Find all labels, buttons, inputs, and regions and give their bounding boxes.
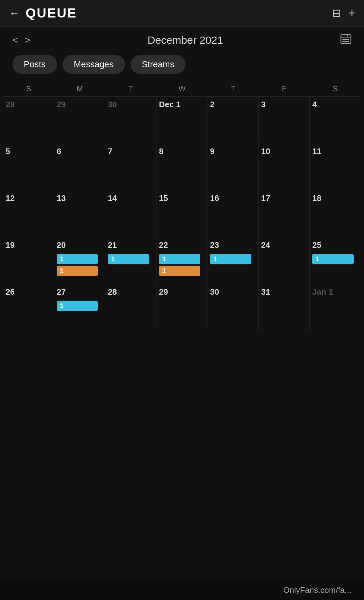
cell-date: 24 <box>261 240 307 250</box>
calendar-cell[interactable]: 31 <box>259 284 310 331</box>
calendar-cell[interactable]: 271 <box>54 284 106 331</box>
cell-date: Dec 1 <box>159 100 205 109</box>
day-header-tue: T <box>105 81 157 96</box>
calendar-cell[interactable]: 12 <box>3 190 54 237</box>
calendar-cell[interactable]: 16 <box>207 190 259 237</box>
header: ← QUEUE ⊟ + <box>0 0 364 27</box>
cell-date: 7 <box>108 147 154 156</box>
back-icon[interactable]: ← <box>9 7 20 20</box>
cell-date: 29 <box>57 100 103 109</box>
event-bar[interactable]: 1 <box>210 254 251 264</box>
calendar-cell[interactable]: Dec 1 <box>157 97 208 143</box>
cell-date: 6 <box>57 147 103 156</box>
cell-date: 8 <box>159 147 205 156</box>
calendar-cell[interactable]: 19 <box>3 237 54 284</box>
cell-date: 22 <box>159 240 205 250</box>
event-bar[interactable]: 1 <box>57 266 98 276</box>
event-bar[interactable]: 1 <box>159 254 200 264</box>
bottom-area <box>0 331 364 425</box>
cell-date: 30 <box>108 100 154 109</box>
tab-messages[interactable]: Messages <box>62 55 125 74</box>
day-header-sun: S <box>3 81 54 96</box>
cell-date: 31 <box>261 287 307 297</box>
calendar-cell[interactable]: 15 <box>157 190 208 237</box>
event-bar[interactable]: 1 <box>108 254 149 264</box>
cell-date: 9 <box>210 147 256 156</box>
cell-date: 10 <box>261 147 307 156</box>
cell-date: 11 <box>312 147 358 156</box>
calendar-cell[interactable]: 2011 <box>54 237 106 284</box>
calendar-view-icon[interactable] <box>340 34 352 46</box>
cell-date: 20 <box>57 240 103 250</box>
cell-date: 29 <box>159 287 205 297</box>
event-bar[interactable]: 1 <box>159 266 200 276</box>
calendar-cell[interactable]: Jan 1 <box>310 284 361 331</box>
header-left: ← QUEUE <box>9 6 77 21</box>
calendar-cell[interactable]: 4 <box>310 97 361 143</box>
cell-date: 16 <box>210 193 256 203</box>
event-bar[interactable]: 1 <box>57 254 98 264</box>
tab-streams[interactable]: Streams <box>131 55 186 74</box>
calendar-cell[interactable]: 17 <box>259 190 310 237</box>
day-header-mon: M <box>54 81 106 96</box>
footer: OnlyFans.com/fa... <box>0 580 364 600</box>
nav-arrows: < > <box>12 34 30 46</box>
calendar-cell[interactable]: 6 <box>54 143 106 190</box>
event-bar[interactable]: 1 <box>312 254 354 264</box>
cell-date: Jan 1 <box>312 287 358 297</box>
calendar-cell[interactable]: 2 <box>207 97 259 143</box>
cell-date: 21 <box>108 240 154 250</box>
cell-date: 2 <box>210 100 256 109</box>
calendar-cell[interactable]: 8 <box>157 143 208 190</box>
calendar-cell[interactable]: 3 <box>259 97 310 143</box>
calendar-cell[interactable]: 7 <box>105 143 157 190</box>
month-title: December 2021 <box>147 34 223 46</box>
next-month-button[interactable]: > <box>25 34 31 46</box>
cell-date: 19 <box>6 240 52 250</box>
calendar-cell[interactable]: 231 <box>207 237 259 284</box>
tab-posts[interactable]: Posts <box>12 55 57 74</box>
calendar-cell[interactable]: 11 <box>310 143 361 190</box>
calendar-cell[interactable]: 10 <box>259 143 310 190</box>
calendar-cell[interactable]: 13 <box>54 190 106 237</box>
cell-date: 28 <box>108 287 154 297</box>
calendar-cell[interactable]: 5 <box>3 143 54 190</box>
cell-date: 25 <box>312 240 358 250</box>
calendar-cell[interactable]: 26 <box>3 284 54 331</box>
add-icon[interactable]: + <box>349 7 355 20</box>
day-header-wed: W <box>157 81 208 96</box>
calendar-cell[interactable]: 211 <box>105 237 157 284</box>
calendar-nav: < > December 2021 <box>0 27 364 51</box>
cell-date: 4 <box>312 100 358 109</box>
cell-date: 13 <box>57 193 103 203</box>
cell-date: 23 <box>210 240 256 250</box>
calendar-cell[interactable]: 29 <box>157 284 208 331</box>
calendar-cell[interactable]: 28 <box>105 284 157 331</box>
day-header-fri: F <box>259 81 310 96</box>
day-header-sat: S <box>310 81 361 96</box>
cell-date: 28 <box>6 100 52 109</box>
calendar-cell[interactable]: 30 <box>207 284 259 331</box>
cell-date: 3 <box>261 100 307 109</box>
filter-tabs: Posts Messages Streams <box>0 51 364 81</box>
page-title: QUEUE <box>26 6 77 21</box>
calendar-day-headers: S M T W T F S <box>3 81 361 97</box>
calendar-cell[interactable]: 24 <box>259 237 310 284</box>
calendar-cell[interactable]: 30 <box>105 97 157 143</box>
event-bar[interactable]: 1 <box>57 301 98 311</box>
cell-date: 26 <box>6 287 52 297</box>
cell-date: 5 <box>6 147 52 156</box>
calendar-cell[interactable]: 2211 <box>157 237 208 284</box>
calendar-cell[interactable]: 251 <box>310 237 361 284</box>
day-header-thu: T <box>207 81 259 96</box>
cell-date: 30 <box>210 287 256 297</box>
calendar: S M T W T F S 282930Dec 1234567891011121… <box>0 81 364 331</box>
calendar-cell[interactable]: 18 <box>310 190 361 237</box>
calendar-cell[interactable]: 9 <box>207 143 259 190</box>
cell-date: 27 <box>57 287 103 297</box>
calendar-cell[interactable]: 14 <box>105 190 157 237</box>
calendar-cell[interactable]: 28 <box>3 97 54 143</box>
list-icon[interactable]: ⊟ <box>332 7 341 20</box>
calendar-cell[interactable]: 29 <box>54 97 106 143</box>
prev-month-button[interactable]: < <box>12 34 18 46</box>
